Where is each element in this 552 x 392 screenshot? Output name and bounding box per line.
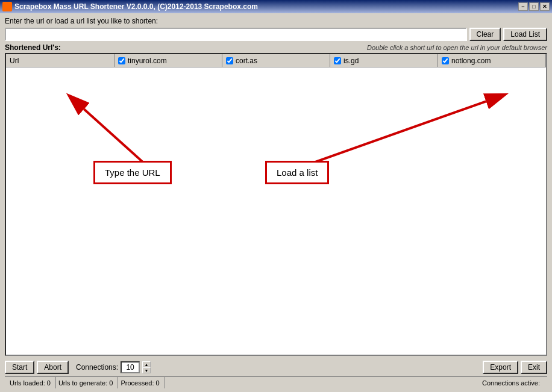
svg-line-1 bbox=[84, 109, 144, 163]
load-list-annotation: Load a list bbox=[265, 161, 329, 184]
close-button[interactable]: ✕ bbox=[540, 2, 550, 11]
connections-label: Connections: bbox=[76, 363, 118, 372]
start-button[interactable]: Start bbox=[5, 361, 34, 374]
load-list-button[interactable]: Load List bbox=[503, 28, 547, 41]
url-input-row: Clear Load List bbox=[5, 28, 547, 41]
titlebar-buttons: − □ ✕ bbox=[518, 2, 550, 11]
arrows-overlay bbox=[6, 67, 546, 355]
export-button[interactable]: Export bbox=[483, 361, 518, 374]
notlong-checkbox[interactable] bbox=[442, 57, 449, 64]
shortened-header: Shortened Url's: Double click a short ur… bbox=[5, 43, 547, 52]
col-header-tinyurol: tinyurol.com bbox=[114, 54, 222, 67]
processed-status: Processed: 0 bbox=[118, 377, 165, 388]
isgd-checkbox[interactable] bbox=[334, 57, 341, 64]
titlebar: Scrapebox Mass URL Shortener V2.0.0.0, (… bbox=[0, 0, 552, 13]
bottom-toolbar: Start Abort Connections: ▲ ▼ Export Exit bbox=[5, 358, 547, 376]
status-bar: Urls loaded: 0 Urls to generate: 0 Proce… bbox=[5, 376, 547, 388]
abort-button[interactable]: Abort bbox=[37, 361, 69, 374]
minimize-button[interactable]: − bbox=[518, 2, 528, 11]
double-click-hint: Double click a short url to open the url… bbox=[367, 44, 547, 51]
clear-button[interactable]: Clear bbox=[469, 28, 501, 41]
connections-input[interactable] bbox=[121, 361, 140, 373]
table-content: Type the URL Load a list bbox=[6, 67, 546, 355]
url-input[interactable] bbox=[5, 28, 467, 41]
app-icon bbox=[2, 2, 12, 11]
urls-loaded-status: Urls loaded: 0 bbox=[7, 377, 56, 388]
instruction-label: Enter the url or load a url list you lik… bbox=[5, 17, 547, 25]
main-window: Enter the url or load a url list you lik… bbox=[0, 13, 552, 392]
shortened-label: Shortened Url's: bbox=[5, 43, 61, 52]
col-header-cortas: cort.as bbox=[222, 54, 330, 67]
urls-to-generate-status: Urls to generate: 0 bbox=[56, 377, 119, 388]
type-url-annotation: Type the URL bbox=[93, 161, 172, 184]
svg-line-2 bbox=[312, 101, 486, 163]
exit-button[interactable]: Exit bbox=[521, 361, 547, 374]
table-container: Url tinyurol.com cort.as is.gd notlong.c… bbox=[5, 53, 547, 356]
col-header-notlong: notlong.com bbox=[438, 54, 546, 67]
col-header-url: Url bbox=[6, 54, 114, 67]
tinyurol-checkbox[interactable] bbox=[118, 57, 125, 64]
spinner-up[interactable]: ▲ bbox=[142, 361, 151, 367]
cortas-checkbox[interactable] bbox=[226, 57, 233, 64]
spinner-down[interactable]: ▼ bbox=[142, 367, 151, 373]
titlebar-title: Scrapebox Mass URL Shortener V2.0.0.0, (… bbox=[2, 2, 258, 11]
table-header: Url tinyurol.com cort.as is.gd notlong.c… bbox=[6, 54, 546, 67]
col-header-isgd: is.gd bbox=[330, 54, 438, 67]
restore-button[interactable]: □ bbox=[529, 2, 539, 11]
connections-spinner: ▲ ▼ bbox=[142, 361, 151, 373]
connections-active-status: Connections active: bbox=[480, 377, 545, 388]
